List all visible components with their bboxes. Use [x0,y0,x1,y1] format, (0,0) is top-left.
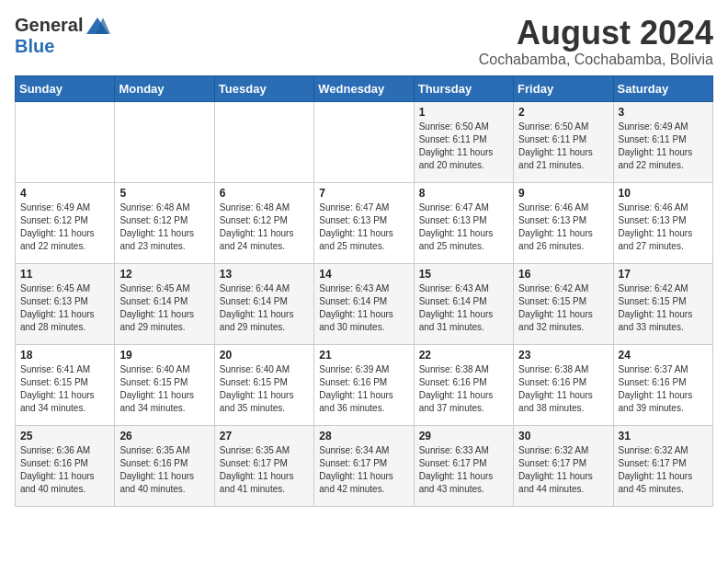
calendar-cell: 5Sunrise: 6:48 AMSunset: 6:12 PMDaylight… [115,182,214,263]
day-info: Sunrise: 6:48 AMSunset: 6:12 PMDaylight:… [119,201,209,253]
day-number: 29 [419,430,508,442]
day-info: Sunrise: 6:38 AMSunset: 6:16 PMDaylight:… [518,363,608,415]
calendar-cell: 29Sunrise: 6:33 AMSunset: 6:17 PMDayligh… [414,425,513,506]
day-number: 5 [119,187,209,200]
day-info: Sunrise: 6:46 AMSunset: 6:13 PMDaylight:… [518,201,608,253]
day-info: Sunrise: 6:32 AMSunset: 6:17 PMDaylight:… [619,444,708,496]
calendar-cell [16,101,115,182]
day-info: Sunrise: 6:34 AMSunset: 6:17 PMDaylight:… [319,444,408,496]
day-info: Sunrise: 6:40 AMSunset: 6:15 PMDaylight:… [220,363,309,415]
day-number: 7 [319,187,408,200]
day-info: Sunrise: 6:48 AMSunset: 6:12 PMDaylight:… [220,201,309,253]
header-cell-thursday: Thursday [414,75,513,101]
calendar-cell: 12Sunrise: 6:45 AMSunset: 6:14 PMDayligh… [115,263,214,344]
day-info: Sunrise: 6:45 AMSunset: 6:13 PMDaylight:… [20,282,109,334]
day-number: 6 [220,187,309,200]
day-number: 27 [220,430,309,442]
day-info: Sunrise: 6:43 AMSunset: 6:14 PMDaylight:… [319,282,408,334]
calendar-cell: 30Sunrise: 6:32 AMSunset: 6:17 PMDayligh… [514,425,613,506]
location-title: Cochabamba, Cochabamba, Bolivia [479,52,713,68]
day-info: Sunrise: 6:50 AMSunset: 6:11 PMDaylight:… [518,121,608,172]
day-number: 3 [619,106,708,119]
day-number: 19 [119,349,209,362]
calendar-cell: 19Sunrise: 6:40 AMSunset: 6:15 PMDayligh… [115,344,214,425]
calendar-cell: 3Sunrise: 6:49 AMSunset: 6:11 PMDaylight… [613,101,712,182]
calendar-cell [115,101,214,182]
day-number: 15 [419,268,508,281]
calendar-cell: 15Sunrise: 6:43 AMSunset: 6:14 PMDayligh… [414,263,513,344]
day-info: Sunrise: 6:44 AMSunset: 6:14 PMDaylight:… [220,282,309,334]
day-number: 4 [20,187,109,200]
day-number: 17 [619,268,708,281]
day-number: 14 [319,268,408,281]
day-info: Sunrise: 6:38 AMSunset: 6:16 PMDaylight:… [419,363,508,415]
day-info: Sunrise: 6:37 AMSunset: 6:16 PMDaylight:… [619,363,708,415]
day-info: Sunrise: 6:32 AMSunset: 6:17 PMDaylight:… [518,444,608,496]
calendar-cell: 26Sunrise: 6:35 AMSunset: 6:16 PMDayligh… [115,425,214,506]
calendar-week-3: 11Sunrise: 6:45 AMSunset: 6:13 PMDayligh… [16,263,713,344]
day-info: Sunrise: 6:36 AMSunset: 6:16 PMDaylight:… [20,444,109,496]
day-number: 21 [319,349,408,362]
day-info: Sunrise: 6:42 AMSunset: 6:15 PMDaylight:… [619,282,708,334]
day-number: 24 [619,349,708,362]
logo-general: General [15,15,83,36]
calendar-cell: 21Sunrise: 6:39 AMSunset: 6:16 PMDayligh… [314,344,414,425]
day-number: 16 [518,268,608,281]
logo: General Blue [15,15,110,57]
calendar-cell: 18Sunrise: 6:41 AMSunset: 6:15 PMDayligh… [16,344,115,425]
day-number: 26 [119,430,209,442]
calendar-cell: 1Sunrise: 6:50 AMSunset: 6:11 PMDaylight… [414,101,513,182]
calendar-header-row: SundayMondayTuesdayWednesdayThursdayFrid… [16,75,713,101]
logo-blue: Blue [15,36,54,57]
calendar-cell: 13Sunrise: 6:44 AMSunset: 6:14 PMDayligh… [214,263,313,344]
day-number: 30 [518,430,608,442]
day-number: 1 [419,106,508,119]
calendar-cell: 14Sunrise: 6:43 AMSunset: 6:14 PMDayligh… [314,263,414,344]
page-header: General Blue August 2024 Cochabamba, Coc… [15,15,713,68]
day-number: 13 [220,268,309,281]
calendar-cell: 10Sunrise: 6:46 AMSunset: 6:13 PMDayligh… [613,182,712,263]
day-info: Sunrise: 6:49 AMSunset: 6:12 PMDaylight:… [20,201,109,253]
calendar-cell: 8Sunrise: 6:47 AMSunset: 6:13 PMDaylight… [414,182,513,263]
day-info: Sunrise: 6:47 AMSunset: 6:13 PMDaylight:… [319,201,408,253]
day-info: Sunrise: 6:35 AMSunset: 6:16 PMDaylight:… [119,444,209,496]
calendar-cell: 28Sunrise: 6:34 AMSunset: 6:17 PMDayligh… [314,425,414,506]
day-number: 9 [518,187,608,200]
calendar-cell: 7Sunrise: 6:47 AMSunset: 6:13 PMDaylight… [314,182,414,263]
day-info: Sunrise: 6:45 AMSunset: 6:14 PMDaylight:… [119,282,209,334]
header-cell-tuesday: Tuesday [214,75,313,101]
calendar-cell: 17Sunrise: 6:42 AMSunset: 6:15 PMDayligh… [613,263,712,344]
day-info: Sunrise: 6:43 AMSunset: 6:14 PMDaylight:… [419,282,508,334]
calendar-week-1: 1Sunrise: 6:50 AMSunset: 6:11 PMDaylight… [16,101,713,182]
calendar-body: 1Sunrise: 6:50 AMSunset: 6:11 PMDaylight… [16,101,713,506]
day-number: 18 [20,349,109,362]
day-info: Sunrise: 6:46 AMSunset: 6:13 PMDaylight:… [619,201,708,253]
calendar-cell [214,101,313,182]
day-number: 2 [518,106,608,119]
day-info: Sunrise: 6:35 AMSunset: 6:17 PMDaylight:… [220,444,309,496]
day-info: Sunrise: 6:39 AMSunset: 6:16 PMDaylight:… [319,363,408,415]
day-number: 10 [619,187,708,200]
month-title: August 2024 [479,15,713,52]
day-number: 23 [518,349,608,362]
calendar-cell: 2Sunrise: 6:50 AMSunset: 6:11 PMDaylight… [514,101,613,182]
day-info: Sunrise: 6:47 AMSunset: 6:13 PMDaylight:… [419,201,508,253]
title-block: August 2024 Cochabamba, Cochabamba, Boli… [479,15,713,68]
calendar-cell: 25Sunrise: 6:36 AMSunset: 6:16 PMDayligh… [16,425,115,506]
calendar-cell: 16Sunrise: 6:42 AMSunset: 6:15 PMDayligh… [514,263,613,344]
calendar-cell: 20Sunrise: 6:40 AMSunset: 6:15 PMDayligh… [214,344,313,425]
day-number: 25 [20,430,109,442]
day-number: 8 [419,187,508,200]
day-number: 11 [20,268,109,281]
calendar-cell: 22Sunrise: 6:38 AMSunset: 6:16 PMDayligh… [414,344,513,425]
day-number: 31 [619,430,708,442]
day-number: 28 [319,430,408,442]
day-number: 20 [220,349,309,362]
day-info: Sunrise: 6:33 AMSunset: 6:17 PMDaylight:… [419,444,508,496]
calendar-cell: 23Sunrise: 6:38 AMSunset: 6:16 PMDayligh… [514,344,613,425]
day-info: Sunrise: 6:40 AMSunset: 6:15 PMDaylight:… [119,363,209,415]
day-info: Sunrise: 6:41 AMSunset: 6:15 PMDaylight:… [20,363,109,415]
day-number: 22 [419,349,508,362]
day-number: 12 [119,268,209,281]
header-cell-wednesday: Wednesday [314,75,414,101]
